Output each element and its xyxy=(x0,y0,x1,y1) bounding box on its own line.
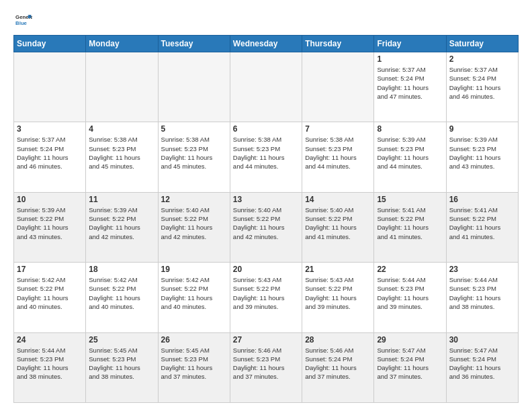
day-number: 22 xyxy=(377,265,443,274)
day-info: Sunrise: 5:38 AM Sunset: 5:23 PM Dayligh… xyxy=(305,135,371,171)
day-number: 9 xyxy=(449,124,515,134)
day-number: 1 xyxy=(377,54,443,64)
day-info: Sunrise: 5:45 AM Sunset: 5:23 PM Dayligh… xyxy=(89,346,154,381)
calendar-cell xyxy=(302,52,374,122)
weekday-header-sunday: Sunday xyxy=(14,36,86,52)
day-info: Sunrise: 5:39 AM Sunset: 5:23 PM Dayligh… xyxy=(377,135,443,171)
day-info: Sunrise: 5:41 AM Sunset: 5:22 PM Dayligh… xyxy=(377,205,443,241)
calendar-cell: 18Sunrise: 5:42 AM Sunset: 5:22 PM Dayli… xyxy=(86,263,158,332)
day-info: Sunrise: 5:47 AM Sunset: 5:24 PM Dayligh… xyxy=(449,346,515,381)
day-number: 15 xyxy=(377,195,443,204)
calendar-cell: 23Sunrise: 5:44 AM Sunset: 5:23 PM Dayli… xyxy=(446,263,518,332)
day-number: 26 xyxy=(161,335,227,345)
day-info: Sunrise: 5:39 AM Sunset: 5:22 PM Dayligh… xyxy=(89,205,154,241)
weekday-header-tuesday: Tuesday xyxy=(158,36,230,52)
day-number: 4 xyxy=(89,124,154,134)
calendar-week-row: 10Sunrise: 5:39 AM Sunset: 5:22 PM Dayli… xyxy=(14,192,519,262)
day-info: Sunrise: 5:47 AM Sunset: 5:24 PM Dayligh… xyxy=(377,346,443,381)
day-number: 27 xyxy=(233,335,299,345)
day-info: Sunrise: 5:44 AM Sunset: 5:23 PM Dayligh… xyxy=(17,346,83,381)
weekday-header-monday: Monday xyxy=(86,36,158,52)
calendar-header-row: SundayMondayTuesdayWednesdayThursdayFrid… xyxy=(14,36,519,52)
calendar-cell: 20Sunrise: 5:43 AM Sunset: 5:22 PM Dayli… xyxy=(230,263,302,332)
calendar-week-row: 24Sunrise: 5:44 AM Sunset: 5:23 PM Dayli… xyxy=(14,332,519,402)
calendar-cell: 22Sunrise: 5:44 AM Sunset: 5:23 PM Dayli… xyxy=(374,263,446,332)
calendar-table: SundayMondayTuesdayWednesdayThursdayFrid… xyxy=(13,35,519,403)
day-number: 6 xyxy=(233,124,299,134)
calendar-cell: 4Sunrise: 5:38 AM Sunset: 5:23 PM Daylig… xyxy=(86,122,158,192)
calendar-cell xyxy=(14,52,86,122)
logo: General Blue xyxy=(13,11,35,30)
day-info: Sunrise: 5:43 AM Sunset: 5:22 PM Dayligh… xyxy=(233,275,299,311)
calendar-cell xyxy=(86,52,158,122)
day-info: Sunrise: 5:46 AM Sunset: 5:23 PM Dayligh… xyxy=(233,346,299,381)
day-number: 20 xyxy=(233,265,299,274)
day-info: Sunrise: 5:38 AM Sunset: 5:23 PM Dayligh… xyxy=(161,135,227,171)
calendar-cell: 3Sunrise: 5:37 AM Sunset: 5:24 PM Daylig… xyxy=(14,122,86,192)
calendar-cell: 21Sunrise: 5:43 AM Sunset: 5:22 PM Dayli… xyxy=(302,263,374,332)
calendar-cell: 1Sunrise: 5:37 AM Sunset: 5:24 PM Daylig… xyxy=(374,52,446,122)
calendar-cell: 19Sunrise: 5:42 AM Sunset: 5:22 PM Dayli… xyxy=(158,263,230,332)
day-number: 30 xyxy=(449,335,515,345)
day-info: Sunrise: 5:44 AM Sunset: 5:23 PM Dayligh… xyxy=(449,275,515,311)
day-info: Sunrise: 5:39 AM Sunset: 5:23 PM Dayligh… xyxy=(449,135,515,171)
day-info: Sunrise: 5:44 AM Sunset: 5:23 PM Dayligh… xyxy=(377,275,443,311)
day-number: 25 xyxy=(89,335,154,345)
day-info: Sunrise: 5:37 AM Sunset: 5:24 PM Dayligh… xyxy=(17,135,83,171)
calendar-cell xyxy=(230,52,302,122)
calendar-cell: 30Sunrise: 5:47 AM Sunset: 5:24 PM Dayli… xyxy=(446,332,518,402)
calendar-cell: 8Sunrise: 5:39 AM Sunset: 5:23 PM Daylig… xyxy=(374,122,446,192)
calendar-cell: 29Sunrise: 5:47 AM Sunset: 5:24 PM Dayli… xyxy=(374,332,446,402)
day-number: 17 xyxy=(17,265,83,274)
weekday-header-friday: Friday xyxy=(374,36,446,52)
day-number: 12 xyxy=(161,195,227,204)
calendar-week-row: 3Sunrise: 5:37 AM Sunset: 5:24 PM Daylig… xyxy=(14,122,519,192)
calendar-cell: 10Sunrise: 5:39 AM Sunset: 5:22 PM Dayli… xyxy=(14,192,86,262)
day-number: 28 xyxy=(305,335,371,345)
calendar-week-row: 17Sunrise: 5:42 AM Sunset: 5:22 PM Dayli… xyxy=(14,263,519,332)
day-info: Sunrise: 5:41 AM Sunset: 5:22 PM Dayligh… xyxy=(449,205,515,241)
day-info: Sunrise: 5:37 AM Sunset: 5:24 PM Dayligh… xyxy=(377,65,443,101)
day-number: 16 xyxy=(449,195,515,204)
calendar-cell xyxy=(158,52,230,122)
calendar-cell: 14Sunrise: 5:40 AM Sunset: 5:22 PM Dayli… xyxy=(302,192,374,262)
calendar-cell: 6Sunrise: 5:38 AM Sunset: 5:23 PM Daylig… xyxy=(230,122,302,192)
day-info: Sunrise: 5:39 AM Sunset: 5:22 PM Dayligh… xyxy=(17,205,83,241)
day-number: 19 xyxy=(161,265,227,274)
day-number: 10 xyxy=(17,195,83,204)
calendar-cell: 16Sunrise: 5:41 AM Sunset: 5:22 PM Dayli… xyxy=(446,192,518,262)
day-number: 29 xyxy=(377,335,443,345)
page: General Blue SundayMondayTuesdayWednesda… xyxy=(0,0,532,411)
day-number: 8 xyxy=(377,124,443,134)
day-info: Sunrise: 5:40 AM Sunset: 5:22 PM Dayligh… xyxy=(161,205,227,241)
weekday-header-thursday: Thursday xyxy=(302,36,374,52)
weekday-header-wednesday: Wednesday xyxy=(230,36,302,52)
day-info: Sunrise: 5:40 AM Sunset: 5:22 PM Dayligh… xyxy=(305,205,371,241)
day-number: 11 xyxy=(89,195,154,204)
day-number: 3 xyxy=(17,124,83,134)
calendar-cell: 26Sunrise: 5:45 AM Sunset: 5:23 PM Dayli… xyxy=(158,332,230,402)
day-info: Sunrise: 5:42 AM Sunset: 5:22 PM Dayligh… xyxy=(17,275,83,311)
logo-icon: General Blue xyxy=(13,11,32,30)
day-number: 24 xyxy=(17,335,83,345)
day-info: Sunrise: 5:37 AM Sunset: 5:24 PM Dayligh… xyxy=(449,65,515,101)
calendar-cell: 9Sunrise: 5:39 AM Sunset: 5:23 PM Daylig… xyxy=(446,122,518,192)
calendar-cell: 17Sunrise: 5:42 AM Sunset: 5:22 PM Dayli… xyxy=(14,263,86,332)
calendar-week-row: 1Sunrise: 5:37 AM Sunset: 5:24 PM Daylig… xyxy=(14,52,519,122)
day-info: Sunrise: 5:40 AM Sunset: 5:22 PM Dayligh… xyxy=(233,205,299,241)
calendar-cell: 5Sunrise: 5:38 AM Sunset: 5:23 PM Daylig… xyxy=(158,122,230,192)
weekday-header-saturday: Saturday xyxy=(446,36,518,52)
day-info: Sunrise: 5:38 AM Sunset: 5:23 PM Dayligh… xyxy=(89,135,154,171)
header: General Blue xyxy=(13,11,519,30)
calendar-cell: 12Sunrise: 5:40 AM Sunset: 5:22 PM Dayli… xyxy=(158,192,230,262)
day-number: 18 xyxy=(89,265,154,274)
calendar-cell: 15Sunrise: 5:41 AM Sunset: 5:22 PM Dayli… xyxy=(374,192,446,262)
day-info: Sunrise: 5:42 AM Sunset: 5:22 PM Dayligh… xyxy=(161,275,227,311)
svg-text:Blue: Blue xyxy=(15,20,28,26)
day-info: Sunrise: 5:38 AM Sunset: 5:23 PM Dayligh… xyxy=(233,135,299,171)
day-info: Sunrise: 5:45 AM Sunset: 5:23 PM Dayligh… xyxy=(161,346,227,381)
day-info: Sunrise: 5:42 AM Sunset: 5:22 PM Dayligh… xyxy=(89,275,154,311)
day-number: 14 xyxy=(305,195,371,204)
day-number: 21 xyxy=(305,265,371,274)
day-number: 2 xyxy=(449,54,515,64)
